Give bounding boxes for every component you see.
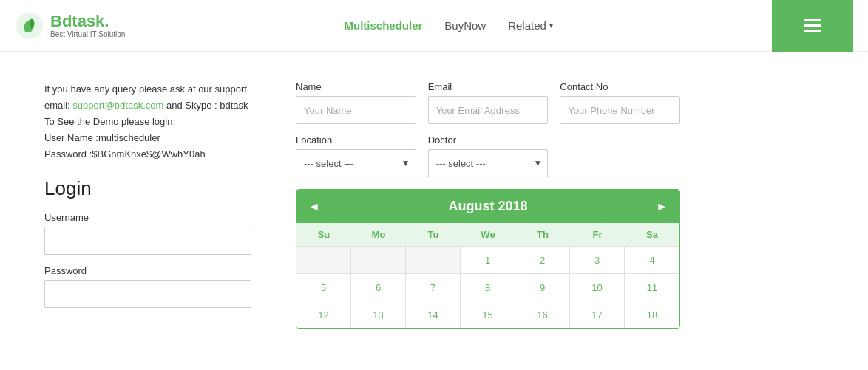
contact-col: Contact No — [560, 81, 680, 124]
contact-form: Name Email Contact No Location — [296, 81, 680, 177]
username-group: Username — [44, 212, 251, 255]
doctor-col: Doctor --- select --- ▼ — [428, 134, 549, 177]
calendar-cell[interactable]: 17 — [570, 301, 625, 328]
location-select[interactable]: --- select --- — [296, 149, 416, 177]
nav-buynow[interactable]: BuyNow — [444, 19, 486, 32]
calendar-cell[interactable]: 12 — [296, 301, 351, 328]
logo: Bdtask. Best Virtual IT Solution — [15, 11, 125, 41]
calendar-day-name: Su — [296, 223, 351, 246]
name-label: Name — [296, 81, 416, 92]
calendar-header: ◄ August 2018 ► — [296, 190, 679, 223]
calendar-cell[interactable]: 14 — [406, 301, 461, 328]
calendar-week: 567891011 — [296, 273, 679, 301]
calendar-cell[interactable]: 3 — [570, 247, 625, 273]
name-input[interactable] — [296, 96, 416, 124]
calendar-cell[interactable]: 5 — [296, 274, 351, 301]
calendar-cell-empty — [296, 247, 351, 273]
doctor-label: Doctor — [428, 134, 549, 145]
name-col: Name — [296, 81, 416, 124]
password-group: Password — [44, 265, 251, 308]
calendar-cell[interactable]: 10 — [570, 274, 625, 301]
calendar-week: 12131415161718 — [296, 301, 679, 328]
main-content: If you have any query please ask at our … — [0, 52, 868, 358]
password-label: Password — [44, 265, 251, 276]
username-input[interactable] — [44, 227, 251, 255]
svg-rect-1 — [804, 19, 821, 21]
chevron-down-icon: ▾ — [549, 21, 553, 30]
logo-text: Bdtask. Best Virtual IT Solution — [50, 13, 125, 38]
main-nav: Multischeduler BuyNow Related ▾ — [344, 19, 552, 32]
calendar-next-button[interactable]: ► — [656, 201, 668, 213]
svg-rect-3 — [804, 30, 821, 32]
calendar-cell[interactable]: 4 — [625, 247, 679, 273]
calendar-grid: SuMoTuWeThFrSa 1234567891011121314151617… — [296, 223, 679, 328]
calendar-day-name: Sa — [625, 223, 679, 246]
left-panel: If you have any query please ask at our … — [44, 81, 251, 318]
calendar-cell[interactable]: 9 — [515, 274, 570, 301]
username-label: Username — [44, 212, 251, 223]
calendar-cell-empty — [406, 247, 461, 273]
calendar-day-name: Tu — [406, 223, 461, 246]
location-col: Location --- select --- ▼ — [296, 134, 416, 177]
calendar-day-name: Fr — [570, 223, 625, 246]
calendar-prev-button[interactable]: ◄ — [308, 201, 320, 213]
calendar-day-name: Mo — [351, 223, 406, 246]
calendar: ◄ August 2018 ► SuMoTuWeThFrSa 123456789… — [296, 189, 680, 329]
support-email-link[interactable]: support@bdtask.com — [72, 100, 163, 111]
calendar-cell[interactable]: 7 — [406, 274, 461, 301]
menu-icon — [804, 19, 821, 32]
calendar-cell[interactable]: 18 — [625, 301, 679, 328]
calendar-day-name: We — [461, 223, 515, 246]
site-header: Bdtask. Best Virtual IT Solution Multisc… — [0, 0, 868, 52]
calendar-week: 1234 — [296, 246, 679, 273]
location-label: Location — [296, 134, 416, 145]
calendar-title: August 2018 — [448, 199, 527, 214]
calendar-weeks: 123456789101112131415161718 — [296, 246, 679, 328]
nav-related[interactable]: Related ▾ — [508, 19, 553, 32]
calendar-cell[interactable]: 6 — [351, 274, 406, 301]
contact-input[interactable] — [560, 96, 680, 124]
logo-icon — [15, 11, 44, 41]
right-panel: Name Email Contact No Location — [296, 81, 680, 329]
brand-name: Bdtask. — [50, 13, 125, 30]
login-title: Login — [44, 177, 251, 200]
svg-rect-2 — [804, 24, 821, 27]
calendar-cell[interactable]: 2 — [515, 247, 570, 273]
nav-multischeduler[interactable]: Multischeduler — [344, 19, 422, 32]
email-col: Email — [428, 81, 549, 124]
calendar-days-header: SuMoTuWeThFrSa — [296, 223, 679, 246]
password-input[interactable] — [44, 280, 251, 308]
form-row-2: Location --- select --- ▼ Doctor --- sel… — [296, 134, 680, 177]
calendar-cell[interactable]: 11 — [625, 274, 679, 301]
calendar-cell[interactable]: 15 — [461, 301, 515, 328]
email-input[interactable] — [428, 96, 549, 124]
doctor-select[interactable]: --- select --- — [428, 149, 549, 177]
email-label: Email — [428, 81, 549, 92]
form-row-1: Name Email Contact No — [296, 81, 680, 124]
doctor-select-wrapper: --- select --- ▼ — [428, 149, 549, 177]
calendar-cell[interactable]: 1 — [461, 247, 515, 273]
calendar-cell-empty — [351, 247, 406, 273]
empty-col — [560, 134, 680, 177]
calendar-day-name: Th — [515, 223, 570, 246]
tagline: Best Virtual IT Solution — [50, 30, 125, 38]
calendar-cell[interactable]: 13 — [351, 301, 406, 328]
calendar-cell[interactable]: 8 — [461, 274, 515, 301]
info-text: If you have any query please ask at our … — [44, 81, 251, 162]
header-action-button[interactable] — [772, 0, 853, 52]
location-select-wrapper: --- select --- ▼ — [296, 149, 416, 177]
contact-label: Contact No — [560, 81, 680, 92]
calendar-cell[interactable]: 16 — [515, 301, 570, 328]
